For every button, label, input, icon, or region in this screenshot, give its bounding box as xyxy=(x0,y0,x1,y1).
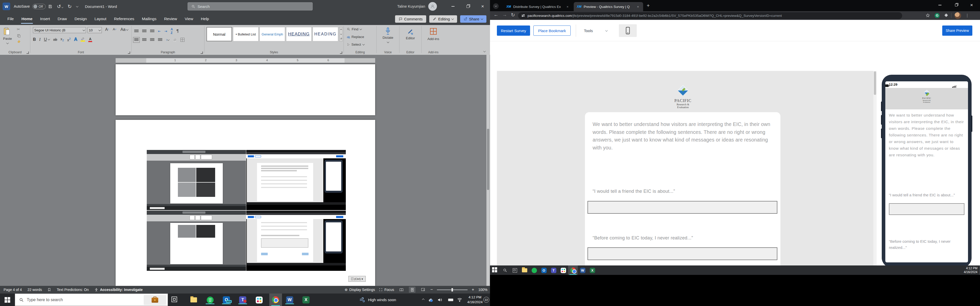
align-center-icon[interactable] xyxy=(142,38,146,41)
restore-button[interactable] xyxy=(460,0,475,13)
format-painter-icon[interactable] xyxy=(17,40,21,44)
align-right-icon[interactable] xyxy=(150,38,154,41)
profile-avatar[interactable] xyxy=(955,12,961,19)
underline-menu-icon[interactable] xyxy=(48,38,50,40)
highlight-icon[interactable] xyxy=(81,37,85,41)
taskbar-clock[interactable]: 4:12 PM 4/16/2024 xyxy=(465,295,485,304)
shading-icon[interactable] xyxy=(173,38,177,42)
taskbar-outlook[interactable]: O NEW xyxy=(222,295,231,304)
share-preview-button[interactable]: Share Preview xyxy=(942,25,972,36)
survey-scrollbar-thumb[interactable] xyxy=(874,71,876,95)
taskbar-weather[interactable]: High winds soon xyxy=(360,293,396,306)
grow-font-icon[interactable]: A^ xyxy=(104,27,110,32)
status-text-predictions[interactable]: Text Predictions: On xyxy=(57,288,89,292)
decrease-indent-icon[interactable]: ⇤ xyxy=(158,29,161,33)
status-accessibility[interactable]: Accessibility: Investigate xyxy=(94,288,143,292)
extensions-puzzle-icon[interactable] xyxy=(944,13,948,17)
underline-icon[interactable]: U xyxy=(44,37,47,42)
select-button[interactable]: Select xyxy=(347,43,364,46)
italic-icon[interactable]: I xyxy=(39,37,41,42)
zoom-out-button[interactable]: − xyxy=(430,287,433,292)
style-heading-1[interactable]: HEADING xyxy=(286,27,312,41)
taskbar-teams[interactable]: T xyxy=(550,267,557,274)
battery-icon[interactable] xyxy=(448,299,453,301)
grammarly-extension-icon[interactable]: G xyxy=(935,13,940,18)
wifi-icon[interactable] xyxy=(457,298,462,302)
font-size-select[interactable]: 10 xyxy=(88,27,102,33)
embedded-screenshot-word-2[interactable] xyxy=(147,211,246,271)
tab-insert[interactable]: Insert xyxy=(36,13,54,25)
styles-scroll-down-icon[interactable] xyxy=(340,33,342,35)
onedrive-icon[interactable]: i xyxy=(428,298,434,302)
task-view-button[interactable] xyxy=(511,267,518,274)
word-document-area[interactable]: 1 2 3 4 5 6 xyxy=(0,55,490,286)
volume-icon[interactable] xyxy=(438,298,442,302)
notification-center-badge[interactable]: 22 xyxy=(484,297,489,303)
replace-button[interactable]: ab̲ Replace xyxy=(347,35,364,39)
tab-design[interactable]: Design xyxy=(71,13,91,25)
cortana-highlight[interactable] xyxy=(144,295,166,305)
print-layout-button[interactable] xyxy=(409,287,415,293)
styles-scroll-up-icon[interactable] xyxy=(340,29,342,30)
copy-icon[interactable] xyxy=(17,34,21,38)
redo-icon[interactable]: ↻ xyxy=(68,3,72,10)
bold-icon[interactable]: B xyxy=(33,37,36,42)
bookmark-star-icon[interactable] xyxy=(926,13,930,17)
new-tab-button[interactable]: + xyxy=(647,3,650,8)
undo-icon[interactable]: ↺ xyxy=(57,3,63,10)
numbering-icon[interactable] xyxy=(142,30,146,33)
taskbar-clock[interactable]: 4:12 PM 4/16/2024 xyxy=(964,266,977,274)
zoom-slider[interactable] xyxy=(437,289,468,290)
word-scrollbar-thumb[interactable] xyxy=(487,129,489,190)
document-page-3[interactable] xyxy=(116,64,375,115)
editing-mode-button[interactable]: Editing xyxy=(429,15,457,23)
browser-tab-1[interactable]: XM Distribute Survey | Qualtrics Ex × xyxy=(503,2,573,11)
site-info-icon[interactable] xyxy=(522,15,525,16)
embedded-screenshot-qualtrics-1[interactable] xyxy=(246,150,346,210)
embedded-screenshot-word-1[interactable] xyxy=(147,150,246,210)
text-effects-icon[interactable]: A xyxy=(74,37,77,42)
save-icon[interactable] xyxy=(48,4,52,9)
change-case-icon[interactable]: Aa xyxy=(119,27,129,32)
start-button[interactable] xyxy=(0,293,15,306)
reload-icon[interactable]: ↻ xyxy=(511,12,515,18)
borders-icon[interactable] xyxy=(180,38,185,42)
taskbar-spotify[interactable] xyxy=(206,295,215,304)
sort-icon[interactable]: AZ xyxy=(171,27,173,35)
phone-q1-input[interactable] xyxy=(889,203,964,215)
search-button[interactable] xyxy=(502,267,508,274)
minimize-button[interactable] xyxy=(445,0,460,13)
tab-home[interactable]: Home xyxy=(18,13,36,25)
quick-access-menu-icon[interactable] xyxy=(76,5,78,8)
multilevel-list-icon[interactable] xyxy=(150,30,154,33)
display-settings-button[interactable]: ⚙Display Settings xyxy=(345,288,375,292)
font-name-select[interactable]: Segoe UI Historic (B xyxy=(33,27,86,33)
restart-survey-button[interactable]: Restart Survey xyxy=(497,25,530,36)
bullets-icon[interactable] xyxy=(134,30,138,33)
account-name[interactable]: Taline Kuyumjian xyxy=(397,4,425,8)
zoom-slider-thumb[interactable] xyxy=(452,288,453,292)
superscript-icon[interactable]: x2 xyxy=(67,37,71,42)
survey-q1-input[interactable] xyxy=(587,201,777,214)
pilcrow-icon[interactable]: ¶ xyxy=(177,29,179,34)
mobile-view-toggle[interactable] xyxy=(619,24,637,37)
tab-references[interactable]: References xyxy=(110,13,138,25)
focus-button[interactable]: Focus xyxy=(379,288,394,292)
zoom-in-button[interactable]: + xyxy=(472,287,474,292)
line-spacing-icon[interactable]: ↕ xyxy=(166,38,169,41)
taskbar-chrome-active[interactable] xyxy=(568,265,578,275)
tab-search-icon[interactable] xyxy=(493,3,499,9)
forward-icon[interactable]: → xyxy=(502,12,507,17)
embedded-screenshot-qualtrics-2[interactable] xyxy=(246,211,346,271)
status-words[interactable]: 22 words xyxy=(27,288,42,292)
word-search-input[interactable]: Search xyxy=(188,2,313,11)
font-color-icon[interactable]: A xyxy=(88,37,92,42)
address-bar[interactable]: pacificresearch.qualtrics.com/jfe/previe… xyxy=(518,12,902,19)
strikethrough-icon[interactable]: ab xyxy=(53,38,57,41)
font-dialog-launcher[interactable] xyxy=(128,52,130,54)
cut-icon[interactable]: ✂ xyxy=(17,27,21,32)
tray-overflow-icon[interactable] xyxy=(422,299,425,301)
taskbar-file-explorer[interactable] xyxy=(521,267,528,274)
browser-minimize-button[interactable] xyxy=(932,0,947,10)
paste-options-button[interactable]: (Ctrl) ▾ xyxy=(348,276,366,282)
